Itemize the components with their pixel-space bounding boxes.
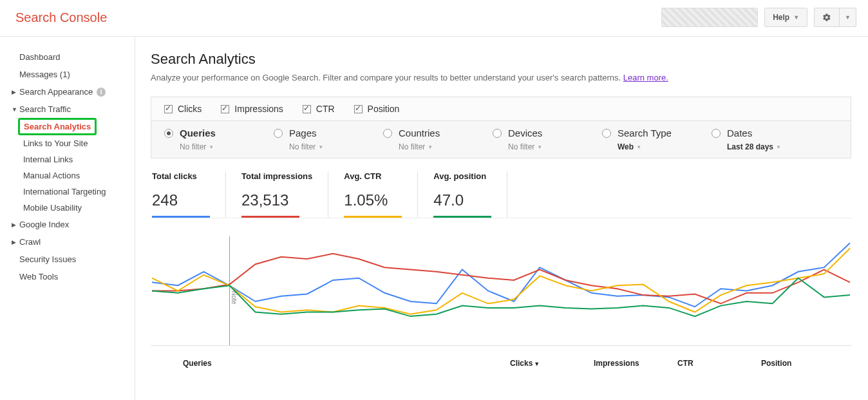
metric-bar-icon <box>241 216 299 218</box>
sidebar-item-links-to-site[interactable]: Links to Your Site <box>21 135 135 151</box>
property-selector[interactable] <box>661 8 758 27</box>
sidebar-item-messages[interactable]: Messages (1) <box>9 66 135 83</box>
sidebar-item-google-index[interactable]: ▶Google Index <box>9 216 135 233</box>
settings-button-group[interactable]: ▼ <box>814 8 856 27</box>
sidebar-label: Search Appearance <box>19 87 93 97</box>
dimension-label: Search Type <box>618 128 672 138</box>
dimension-radio-searchtype[interactable]: Search Type <box>602 128 692 138</box>
filters-panel: Clicks Impressions CTR Position Queries … <box>151 97 851 158</box>
metrics-summary: Total clicks 248 Total impressions 23,51… <box>151 171 851 218</box>
metric-card-ctr[interactable]: Avg. CTR 1.05% <box>328 171 418 218</box>
info-icon[interactable]: i <box>97 88 106 97</box>
sidebar-label: Security Issues <box>19 254 76 264</box>
brand-title: Search Console <box>15 10 107 25</box>
metric-label: CTR <box>316 104 335 114</box>
metric-label: Impressions <box>234 104 283 114</box>
sidebar-item-dashboard[interactable]: Dashboard <box>9 48 135 66</box>
sort-desc-icon: ▼ <box>534 361 540 367</box>
sidebar-item-search-traffic[interactable]: ▼Search Traffic <box>9 100 135 118</box>
metric-value: 47.0 <box>433 191 491 209</box>
sidebar-item-web-tools[interactable]: Web Tools <box>9 268 135 285</box>
dimension-sub: No filter <box>399 142 425 151</box>
col-label: Clicks <box>510 359 533 368</box>
sidebar-item-intl-targeting[interactable]: International Targeting <box>21 184 135 200</box>
col-header-clicks[interactable]: Clicks▼ <box>510 359 594 368</box>
sidebar-item-manual-actions[interactable]: Manual Actions <box>21 167 135 184</box>
learn-more-link[interactable]: Learn more. <box>623 73 668 82</box>
sidebar-item-search-analytics[interactable]: Search Analytics <box>18 118 97 135</box>
metric-toggle-ctr[interactable]: CTR <box>303 104 335 114</box>
radio-icon <box>602 129 611 138</box>
col-header-queries[interactable]: Queries <box>157 359 510 368</box>
settings-menu-toggle[interactable]: ▼ <box>839 8 856 27</box>
metric-toggle-impressions[interactable]: Impressions <box>221 104 283 114</box>
metric-value: 23,513 <box>241 191 312 209</box>
trend-chart[interactable]: Note <box>151 236 851 346</box>
gear-icon <box>822 13 831 22</box>
help-button[interactable]: Help ▼ <box>764 8 807 27</box>
sidebar-item-crawl[interactable]: ▶Crawl <box>9 233 135 251</box>
metric-label: Total clicks <box>152 171 210 181</box>
dimension-filter-dates[interactable]: Last 28 days▼ <box>727 142 802 151</box>
dimension-sub: Last 28 days <box>727 142 773 151</box>
sidebar-label: Search Traffic <box>19 104 71 114</box>
radio-icon <box>493 129 502 138</box>
dimension-label: Pages <box>289 128 317 138</box>
dimension-filter-searchtype[interactable]: Web▼ <box>618 142 692 151</box>
dimension-radio-pages[interactable]: Pages <box>274 128 364 138</box>
caret-down-icon: ▼ <box>636 144 641 150</box>
metric-toggle-clicks[interactable]: Clicks <box>164 104 202 114</box>
metric-card-impressions[interactable]: Total impressions 23,513 <box>226 171 328 218</box>
table-header: Queries Clicks▼ Impressions CTR Position <box>151 346 851 374</box>
metric-bar-icon <box>152 216 210 218</box>
metric-label: Position <box>368 104 400 114</box>
radio-icon <box>274 129 283 138</box>
dimension-radio-devices[interactable]: Devices <box>493 128 583 138</box>
metric-card-clicks[interactable]: Total clicks 248 <box>151 171 226 218</box>
sidebar-label: Search Analytics <box>24 122 91 131</box>
sidebar-item-search-appearance[interactable]: ▶Search Appearancei <box>9 83 135 100</box>
dimension-radio-dates[interactable]: Dates <box>712 128 802 138</box>
settings-button[interactable] <box>814 8 839 27</box>
caret-down-icon: ▼ <box>845 14 851 21</box>
dimension-label: Dates <box>727 128 752 138</box>
metric-label: Total impressions <box>241 171 312 181</box>
caret-down-icon: ▼ <box>209 144 214 150</box>
metric-label: Avg. position <box>433 171 491 181</box>
dimension-filter-countries[interactable]: No filter▼ <box>399 142 473 151</box>
metric-toggle-position[interactable]: Position <box>354 104 400 114</box>
sidebar-item-mobile-usability[interactable]: Mobile Usability <box>21 200 135 216</box>
sidebar-label: Web Tools <box>19 272 58 281</box>
page-subtitle: Analyze your performance on Google Searc… <box>151 73 851 82</box>
triangle-right-icon: ▶ <box>12 89 15 95</box>
dimension-filter-pages[interactable]: No filter▼ <box>289 142 364 151</box>
metric-card-position[interactable]: Avg. position 47.0 <box>418 171 507 218</box>
dimension-radio-queries[interactable]: Queries <box>164 128 254 138</box>
sidebar-label: Mobile Usability <box>23 203 82 213</box>
triangle-down-icon: ▼ <box>12 106 15 113</box>
checkbox-icon <box>354 105 363 113</box>
dimension-label: Countries <box>399 128 440 138</box>
sidebar-label: Google Index <box>19 220 69 229</box>
metric-value: 248 <box>152 191 210 209</box>
sidebar-item-security[interactable]: Security Issues <box>9 251 135 268</box>
caret-down-icon: ▼ <box>318 144 323 150</box>
radio-icon <box>164 129 173 138</box>
checkbox-icon <box>164 105 173 113</box>
dimension-sub: No filter <box>508 142 534 151</box>
sidebar-item-internal-links[interactable]: Internal Links <box>21 151 135 167</box>
col-header-position[interactable]: Position <box>761 359 845 368</box>
col-header-ctr[interactable]: CTR <box>677 359 761 368</box>
sidebar: Dashboard Messages (1) ▶Search Appearanc… <box>0 37 135 400</box>
col-header-impressions[interactable]: Impressions <box>594 359 677 368</box>
dimension-filter-queries[interactable]: No filter▼ <box>180 142 254 151</box>
sidebar-label: Manual Actions <box>23 171 80 180</box>
subtitle-text: Analyze your performance on Google Searc… <box>151 73 623 82</box>
triangle-right-icon: ▶ <box>12 222 15 228</box>
metric-label: Clicks <box>178 104 202 114</box>
dimension-filter-devices[interactable]: No filter▼ <box>508 142 583 151</box>
radio-icon <box>383 129 392 138</box>
caret-down-icon: ▼ <box>793 14 799 21</box>
dimension-radio-countries[interactable]: Countries <box>383 128 473 138</box>
dimension-sub: Web <box>618 142 634 151</box>
